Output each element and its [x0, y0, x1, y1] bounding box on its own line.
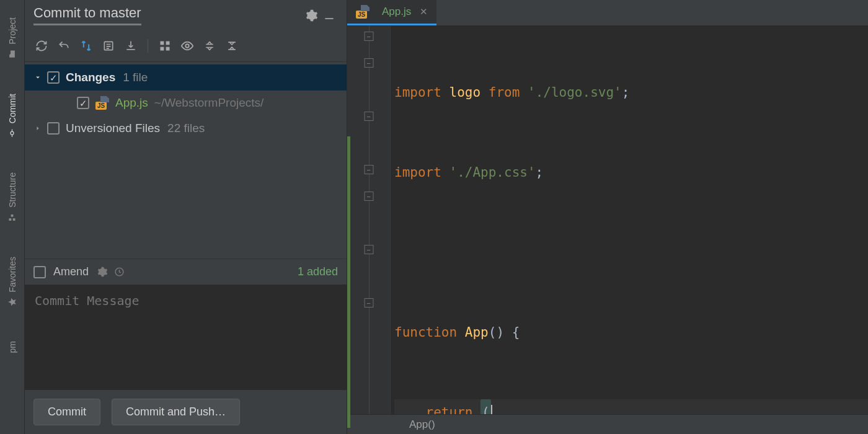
- file-path: ~/WebstormProjects/: [154, 96, 264, 110]
- commit-message-input[interactable]: [25, 285, 347, 390]
- expand-icon[interactable]: [199, 37, 220, 55]
- fold-handle-icon[interactable]: −: [364, 58, 373, 68]
- code-token: function: [394, 319, 457, 346]
- toolbar-separator: [148, 39, 148, 53]
- folder-icon: [7, 50, 17, 59]
- editor-tabs: JS App.js ✕: [347, 0, 868, 26]
- gear-icon[interactable]: [97, 267, 108, 277]
- unversioned-checkbox[interactable]: [47, 122, 60, 135]
- file-checkbox[interactable]: [77, 97, 89, 109]
- text-caret: [491, 405, 492, 415]
- fold-handle-icon[interactable]: −: [364, 112, 373, 121]
- fold-handle-icon[interactable]: −: [364, 192, 373, 201]
- left-tool-strip: Project Commit Structure Favorites pm: [0, 0, 25, 434]
- svg-point-0: [11, 131, 14, 135]
- file-name: App.js: [115, 96, 148, 110]
- svg-rect-8: [166, 47, 170, 51]
- structure-icon: [7, 213, 17, 222]
- code-editor[interactable]: import logo from './logo.svg'; import '.…: [391, 26, 868, 414]
- history-icon[interactable]: [114, 267, 125, 277]
- shelf-icon[interactable]: [120, 37, 141, 55]
- commit-toolbar: [25, 33, 347, 62]
- code-token: './logo.svg': [528, 79, 622, 106]
- changes-count: 1 file: [123, 71, 148, 84]
- changes-summary: 1 added: [298, 265, 338, 278]
- tool-tab-label: Structure: [7, 172, 17, 208]
- revert-icon[interactable]: [53, 37, 74, 55]
- js-file-icon: JS: [356, 5, 370, 19]
- changes-tree: Changes 1 file JS App.js ~/WebstormProje…: [25, 62, 347, 144]
- changes-label: Changes: [66, 71, 115, 84]
- commit-panel: Commit to master Changes 1 file: [25, 0, 347, 434]
- changelist-icon[interactable]: [98, 37, 119, 55]
- code-token: from: [489, 79, 520, 106]
- chevron-down-icon[interactable]: [32, 74, 43, 81]
- svg-rect-6: [166, 42, 170, 45]
- fold-handle-icon[interactable]: −: [364, 32, 373, 41]
- commit-header: Commit to master: [25, 0, 347, 33]
- unversioned-group-row[interactable]: Unversioned Files 22 files: [25, 115, 347, 141]
- tool-tab-favorites[interactable]: Favorites: [7, 246, 17, 318]
- tool-tab-npm[interactable]: pm: [7, 330, 17, 364]
- tool-tab-label: Commit: [7, 94, 17, 123]
- fold-handle-icon[interactable]: −: [364, 165, 373, 174]
- editor-area: JS App.js ✕ − − − − − − − import logo fr…: [347, 0, 868, 434]
- tool-tab-label: Project: [7, 17, 17, 45]
- svg-rect-1: [9, 218, 12, 221]
- js-file-icon: JS: [95, 96, 109, 110]
- tool-tab-structure[interactable]: Structure: [7, 161, 17, 233]
- code-token: import: [394, 79, 441, 106]
- vcs-change-marker[interactable]: [347, 136, 350, 428]
- chevron-right-icon[interactable]: [32, 125, 43, 132]
- code-token: return: [426, 399, 473, 414]
- code-token: (: [480, 399, 491, 414]
- eye-icon[interactable]: [177, 37, 198, 55]
- tool-tab-commit[interactable]: Commit: [7, 82, 17, 149]
- editor-tab-appjs[interactable]: JS App.js ✕: [347, 0, 436, 25]
- editor-body: − − − − − − − import logo from './logo.s…: [347, 26, 868, 414]
- unversioned-label: Unversioned Files: [66, 122, 160, 135]
- code-token: ;: [536, 159, 544, 186]
- svg-rect-7: [161, 47, 164, 51]
- code-token: import: [394, 159, 441, 186]
- code-token: logo: [450, 79, 481, 106]
- commit-and-push-button[interactable]: Commit and Push…: [112, 399, 240, 425]
- close-icon[interactable]: ✕: [420, 6, 428, 17]
- commit-button[interactable]: Commit: [33, 399, 100, 425]
- star-icon: [7, 297, 17, 306]
- changed-file-row[interactable]: JS App.js ~/WebstormProjects/: [25, 91, 347, 115]
- svg-rect-5: [161, 42, 164, 45]
- breadcrumb-item: App(): [409, 418, 435, 431]
- code-token: () {: [489, 319, 520, 346]
- amend-bar: Amend 1 added: [25, 259, 347, 285]
- diff-arrows-icon[interactable]: [76, 37, 97, 55]
- amend-checkbox[interactable]: [33, 266, 46, 278]
- changes-checkbox[interactable]: [47, 71, 60, 84]
- editor-gutter[interactable]: − − − − − − −: [347, 26, 391, 414]
- svg-rect-2: [13, 218, 16, 221]
- code-token: ;: [622, 79, 630, 106]
- amend-label: Amend: [53, 265, 89, 278]
- minimize-icon[interactable]: [321, 7, 338, 24]
- tool-tab-project[interactable]: Project: [7, 6, 17, 70]
- refresh-icon[interactable]: [31, 37, 52, 55]
- branch-icon: [7, 128, 17, 138]
- fold-handle-icon[interactable]: −: [364, 245, 373, 254]
- code-token: './App.css': [450, 159, 536, 186]
- unversioned-count: 22 files: [167, 122, 205, 135]
- code-token: App: [465, 319, 489, 346]
- fold-handle-icon[interactable]: −: [364, 298, 373, 308]
- svg-point-9: [185, 44, 189, 48]
- editor-tab-label: App.js: [382, 6, 411, 18]
- svg-rect-3: [11, 215, 14, 217]
- changes-group-row[interactable]: Changes 1 file: [25, 64, 347, 91]
- tool-tab-label: pm: [7, 341, 17, 353]
- collapse-icon[interactable]: [221, 37, 242, 55]
- breadcrumb[interactable]: App(): [347, 414, 868, 434]
- tool-tab-label: Favorites: [7, 257, 17, 293]
- group-icon[interactable]: [154, 37, 175, 55]
- commit-title: Commit to master: [33, 5, 141, 25]
- commit-button-bar: Commit Commit and Push…: [25, 390, 347, 434]
- gear-icon[interactable]: [303, 7, 321, 24]
